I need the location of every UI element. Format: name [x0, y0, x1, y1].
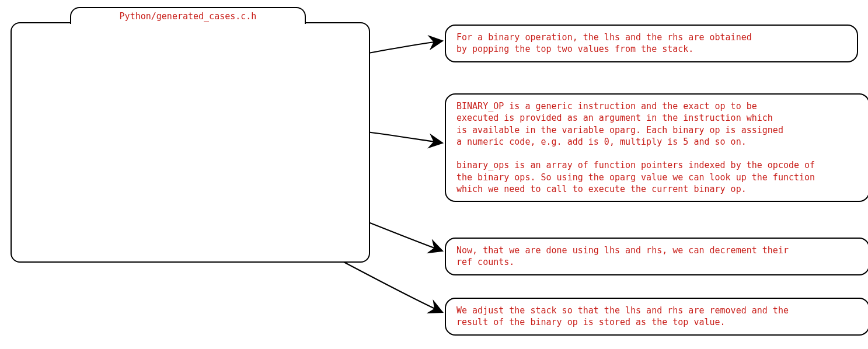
code-panel: [11, 22, 370, 263]
annotation-1-text: For a binary operation, the lhs and the …: [456, 32, 848, 55]
annotation-2: BINARY_OP is a generic instruction and t…: [445, 93, 868, 202]
annotation-3-text: Now, that we are done using lhs and rhs,…: [456, 245, 859, 268]
annotation-4: We adjust the stack so that the lhs and …: [445, 298, 868, 336]
annotation-4-text: We adjust the stack so that the lhs and …: [456, 305, 859, 329]
file-tab: Python/generated_cases.c.h: [70, 7, 306, 24]
annotation-1: For a binary operation, the lhs and the …: [445, 25, 858, 62]
annotation-3: Now, that we are done using lhs and rhs,…: [445, 238, 868, 275]
annotation-2-text: BINARY_OP is a generic instruction and t…: [456, 100, 859, 195]
